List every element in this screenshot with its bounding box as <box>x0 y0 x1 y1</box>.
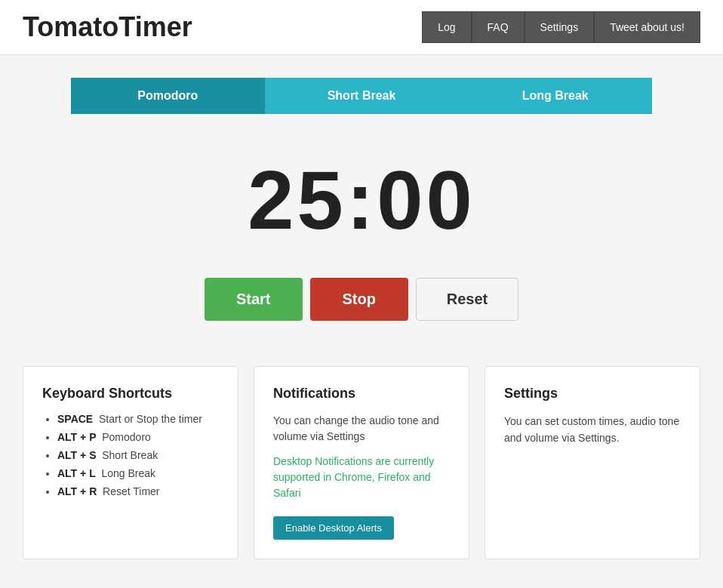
start-button[interactable]: Start <box>205 278 303 321</box>
shortcut-desc-r: Reset Timer <box>103 485 159 497</box>
enable-alerts-button[interactable]: Enable Desktop Alerts <box>273 516 394 540</box>
shortcut-key-p: ALT + P <box>57 431 96 443</box>
info-section: Keyboard Shortcuts SPACE Start or Stop t… <box>0 366 723 588</box>
nav-faq-button[interactable]: FAQ <box>472 11 525 43</box>
tab-short-break[interactable]: Short Break <box>265 78 459 114</box>
main-content: Pomodoro Short Break Long Break 25:00 St… <box>0 55 723 588</box>
settings-card: Settings You can set custom times, audio… <box>485 366 700 559</box>
tab-pomodoro[interactable]: Pomodoro <box>71 78 265 114</box>
nav-tweet-button[interactable]: Tweet about us! <box>594 11 700 43</box>
shortcut-desc-p: Pomodoro <box>102 431 151 443</box>
shortcut-key-space: SPACE <box>57 413 93 425</box>
nav-settings-button[interactable]: Settings <box>525 11 595 43</box>
reset-button[interactable]: Reset <box>416 278 518 321</box>
list-item: SPACE Start or Stop the timer <box>57 413 219 425</box>
app-title: TomatoTimer <box>23 11 192 43</box>
shortcut-desc-space: Start or Stop the timer <box>99 413 202 425</box>
notifications-title: Notifications <box>273 386 450 402</box>
notifications-card: Notifications You can change the audio t… <box>254 366 469 559</box>
shortcut-desc-l: Long Break <box>101 467 155 479</box>
timer-section: Pomodoro Short Break Long Break 25:00 St… <box>0 55 723 366</box>
header: TomatoTimer Log FAQ Settings Tweet about… <box>0 0 723 55</box>
notifications-text1: You can change the audio tone and volume… <box>273 413 450 445</box>
list-item: ALT + R Reset Timer <box>57 485 219 497</box>
tab-bar: Pomodoro Short Break Long Break <box>71 78 652 114</box>
control-buttons: Start Stop Reset <box>205 278 518 321</box>
shortcuts-list: SPACE Start or Stop the timer ALT + P Po… <box>42 413 219 497</box>
nav-buttons: Log FAQ Settings Tweet about us! <box>422 11 700 43</box>
shortcuts-card: Keyboard Shortcuts SPACE Start or Stop t… <box>23 366 238 559</box>
tab-long-break[interactable]: Long Break <box>458 78 652 114</box>
list-item: ALT + P Pomodoro <box>57 431 219 443</box>
list-item: ALT + L Long Break <box>57 467 219 479</box>
settings-text: You can set custom times, audio tone and… <box>504 413 681 447</box>
nav-log-button[interactable]: Log <box>422 11 471 43</box>
shortcuts-title: Keyboard Shortcuts <box>42 386 219 402</box>
shortcut-key-s: ALT + S <box>57 449 96 461</box>
shortcut-key-l: ALT + L <box>57 467 96 479</box>
notifications-text2: Desktop Notifications are currently supp… <box>273 454 450 501</box>
timer-display: 25:00 <box>248 152 475 248</box>
shortcut-key-r: ALT + R <box>57 485 97 497</box>
settings-title: Settings <box>504 386 681 402</box>
shortcut-desc-s: Short Break <box>102 449 158 461</box>
stop-button[interactable]: Stop <box>310 278 408 321</box>
list-item: ALT + S Short Break <box>57 449 219 461</box>
